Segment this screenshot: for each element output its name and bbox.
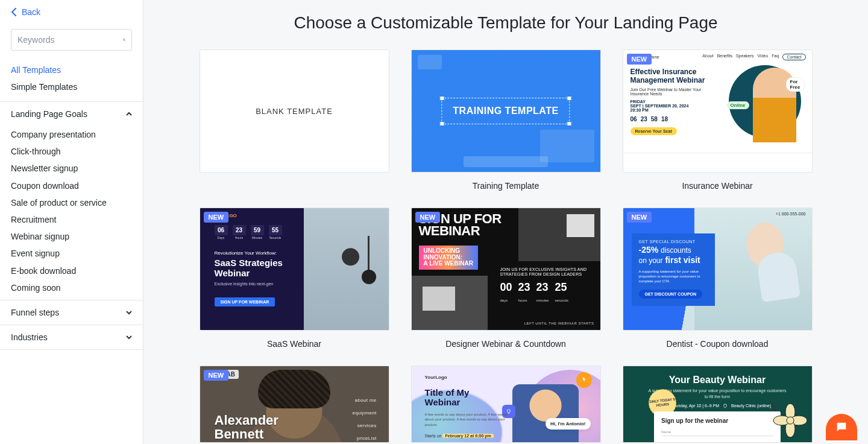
template-thumb: BLANK TEMPLATE bbox=[200, 49, 389, 173]
template-card-photographer[interactable]: NEW AB Alexander Bennett Professional Ph… bbox=[200, 366, 389, 443]
accordion-items: Company presentation Click-through Newsl… bbox=[0, 126, 143, 300]
preview-sub: Exclusive insights into next-gen bbox=[215, 282, 274, 286]
deco-person bbox=[512, 384, 579, 443]
preview-count: 06 23 59 55 bbox=[215, 225, 282, 235]
nav-cta: Contact bbox=[782, 54, 805, 60]
search-input[interactable] bbox=[17, 35, 123, 45]
nav-item: Benefits bbox=[717, 54, 732, 60]
accordion-industries: Industries bbox=[0, 325, 143, 350]
accordion-landing-page-goals: Landing Page Goals Company presentation … bbox=[0, 101, 143, 300]
preview-count: 00days 23hours 23minutes 25seconds bbox=[500, 281, 594, 303]
acc-item-webinar-signup[interactable]: Webinar signup bbox=[0, 228, 143, 245]
svg-point-0 bbox=[123, 39, 125, 40]
nav-item: Speakers bbox=[736, 54, 754, 60]
deco-hair bbox=[258, 370, 330, 408]
label-free: For Free bbox=[786, 77, 805, 92]
deco bbox=[464, 156, 548, 167]
form-title: Sign up for the webinar bbox=[661, 417, 773, 424]
svg-point-8 bbox=[787, 417, 794, 424]
new-badge: NEW bbox=[204, 212, 229, 223]
preview-sub: JOIN US FOR EXCLUSIVE INSIGHTS AND STRAT… bbox=[500, 267, 594, 278]
template-card-designer[interactable]: NEW SIGN UP FOR WEBINAR UNLOCKING INNOVA… bbox=[411, 208, 601, 349]
preview-left-label: LEFT UNTIL THE WEBINAR STARTS bbox=[524, 322, 594, 325]
templates-grid: BLANK TEMPLATE TRAINING TEMPLATE Trainin… bbox=[171, 49, 840, 443]
nav-item: Video bbox=[758, 54, 769, 60]
template-card-blank[interactable]: BLANK TEMPLATE bbox=[200, 49, 389, 191]
sidebar-links: All Templates Simple Templates bbox=[0, 57, 143, 101]
deco bbox=[418, 55, 442, 69]
template-thumb: NEW +1 800-555-000 GET SPECIAL DISCOUNT … bbox=[623, 208, 813, 331]
preview-logo: YourLogo bbox=[425, 375, 447, 380]
sidebar-link-simple-templates[interactable]: Simple Templates bbox=[0, 78, 143, 95]
preview-nav: About Benefits Speakers Video Faq Contac… bbox=[702, 54, 805, 60]
acc-item-coming-soon[interactable]: Coming soon bbox=[0, 279, 143, 296]
acc-item-click-through[interactable]: Click-through bbox=[0, 143, 143, 160]
accordion-head-funnel-steps[interactable]: Funnel steps bbox=[0, 300, 143, 325]
page-title: Choose a Customizable Template for Your … bbox=[171, 13, 840, 33]
template-title: Insurance Webinar bbox=[623, 173, 813, 191]
acc-item-newsletter-signup[interactable]: Newsletter signup bbox=[0, 160, 143, 177]
location-icon bbox=[723, 404, 728, 408]
preview-sub: A few words to say about your product. A… bbox=[425, 412, 509, 427]
preview-headline: Effective Insurance Management Webinar bbox=[631, 68, 721, 85]
acc-item-event-signup[interactable]: Event signup bbox=[0, 245, 143, 262]
preview-right: JOIN US FOR EXCLUSIVE INSIGHTS AND STRAT… bbox=[494, 264, 600, 330]
preview-form: Sign up for the webinar Name bbox=[654, 411, 781, 442]
preview-mid: UNLOCKING INNOVATION: A LIVE WEBINAR bbox=[419, 246, 478, 270]
template-card-friendly[interactable]: YourLogo Title of My Webinar A few words… bbox=[411, 366, 601, 443]
chat-fab[interactable] bbox=[826, 414, 857, 440]
template-thumb: TRAINING TEMPLATE bbox=[411, 49, 601, 173]
label-online: Online bbox=[727, 101, 749, 109]
deco-photo bbox=[304, 208, 389, 330]
template-thumb: YourLogo Title of My Webinar A few words… bbox=[411, 366, 601, 443]
preview-phone: +1 800-555-000 bbox=[776, 212, 806, 216]
preview-tagline: Revolutionize Your Workflow: bbox=[215, 250, 277, 256]
preview-tag: GET SPECIAL DISCOUNT bbox=[639, 239, 708, 244]
new-badge: NEW bbox=[204, 370, 229, 381]
acc-item-ebook-download[interactable]: E-book download bbox=[0, 262, 143, 279]
template-title: Designer Webinar & Countdown bbox=[411, 331, 601, 349]
acc-item-company-presentation[interactable]: Company presentation bbox=[0, 126, 143, 143]
template-thumb: NEW AB Alexander Bennett Professional Ph… bbox=[200, 366, 389, 443]
acc-item-sale-product-service[interactable]: Sale of product or service bbox=[0, 194, 143, 211]
back-button[interactable]: Back bbox=[0, 0, 143, 21]
template-card-training[interactable]: TRAINING TEMPLATE Training Template bbox=[411, 49, 601, 191]
search-icon bbox=[123, 36, 125, 44]
template-title: Dentist - Coupon download bbox=[623, 331, 813, 349]
accordion-title: Landing Page Goals bbox=[11, 109, 87, 119]
acc-item-coupon-download[interactable]: Coupon download bbox=[0, 177, 143, 194]
deco bbox=[540, 130, 594, 162]
template-card-beauty[interactable]: Your Beauty Webinar A supporting stateme… bbox=[623, 366, 813, 443]
sidebar: Back All Templates Simple Templates Land… bbox=[0, 0, 143, 444]
accordion-head-landing-page-goals[interactable]: Landing Page Goals bbox=[0, 102, 143, 126]
back-label: Back bbox=[22, 7, 40, 17]
chevron-down-icon bbox=[126, 334, 132, 340]
sidebar-link-all-templates[interactable]: All Templates bbox=[0, 62, 143, 78]
preview-headline: -25% discounts on your first visit bbox=[639, 245, 708, 265]
new-badge: NEW bbox=[627, 54, 652, 65]
search-input-wrap[interactable] bbox=[11, 29, 132, 51]
nav-item: About bbox=[702, 54, 713, 60]
template-thumb: NEW O:GO 06 23 59 55 Days Hours Minutes bbox=[200, 208, 389, 331]
template-title: Training Template bbox=[411, 173, 601, 191]
app-root: Back All Templates Simple Templates Land… bbox=[0, 0, 868, 444]
template-card-dentist[interactable]: NEW +1 800-555-000 GET SPECIAL DISCOUNT … bbox=[623, 208, 813, 349]
deco-photo bbox=[412, 276, 488, 330]
search-wrap bbox=[0, 21, 143, 57]
accordion-head-industries[interactable]: Industries bbox=[0, 325, 143, 349]
preview-cta: Reserve Your Seat bbox=[631, 127, 677, 135]
pointer-icon bbox=[576, 372, 592, 388]
training-label: TRAINING TEMPLATE bbox=[441, 98, 570, 124]
acc-item-recruitment[interactable]: Recruitment bbox=[0, 211, 143, 228]
template-thumb: NEW SIGN UP FOR WEBINAR UNLOCKING INNOVA… bbox=[411, 208, 601, 331]
preview-count-labels: Days Hours Minutes Seconds bbox=[215, 236, 282, 239]
chevron-down-icon bbox=[126, 309, 132, 316]
preview-body: For Free Online Effective Insurance Mana… bbox=[623, 64, 812, 153]
template-card-saas[interactable]: NEW O:GO 06 23 59 55 Days Hours Minutes bbox=[200, 208, 389, 349]
template-card-insurance[interactable]: NEW Logo Name About Benefits Speakers Vi… bbox=[623, 49, 813, 191]
chat-icon bbox=[835, 420, 848, 434]
deco-mic bbox=[368, 236, 370, 278]
form-field: Name bbox=[661, 430, 773, 436]
preview-cta: GET DISCOUNT COUPON bbox=[639, 290, 703, 299]
main-content[interactable]: Choose a Customizable Template for Your … bbox=[143, 0, 868, 444]
